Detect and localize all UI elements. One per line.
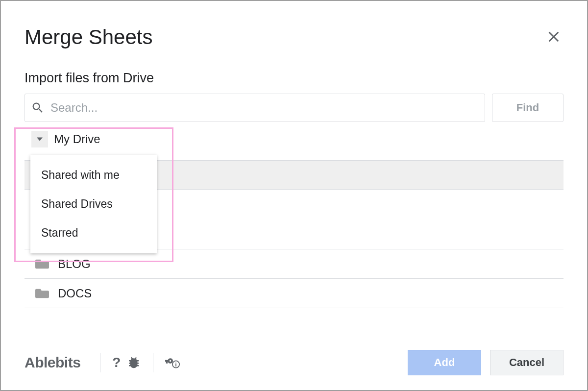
- find-button[interactable]: Find: [492, 94, 564, 122]
- dropdown-item-starred[interactable]: Starred: [30, 219, 157, 247]
- svg-rect-4: [176, 364, 177, 367]
- folder-icon: [35, 288, 49, 299]
- location-dropdown-menu[interactable]: Shared with me Shared Drives Starred: [30, 155, 157, 253]
- dialog-title: Merge Sheets: [24, 25, 152, 49]
- close-icon: [547, 30, 561, 44]
- search-box[interactable]: [24, 94, 485, 122]
- info-button[interactable]: [162, 355, 183, 370]
- dropdown-item-shared-with-me[interactable]: Shared with me: [30, 161, 157, 190]
- dialog-subtitle: Import files from Drive: [24, 71, 564, 86]
- bug-button[interactable]: [123, 355, 144, 370]
- bug-icon: [126, 355, 141, 370]
- svg-rect-3: [176, 363, 177, 364]
- key-info-icon: [165, 355, 180, 370]
- add-button[interactable]: Add: [408, 350, 481, 375]
- file-row[interactable]: BLOG: [24, 249, 564, 279]
- cancel-button[interactable]: Cancel: [490, 350, 564, 375]
- file-row[interactable]: DOCS: [24, 279, 564, 308]
- help-button[interactable]: ?: [109, 355, 123, 370]
- chevron-down-icon: [37, 136, 43, 142]
- search-icon: [31, 101, 45, 115]
- file-name: BLOG: [58, 257, 91, 271]
- location-current[interactable]: My Drive: [54, 132, 100, 146]
- close-button[interactable]: [544, 27, 564, 47]
- location-dropdown-toggle[interactable]: [31, 131, 48, 147]
- dropdown-item-shared-drives[interactable]: Shared Drives: [30, 190, 157, 219]
- brand-logo: Ablebits: [24, 354, 91, 371]
- file-name: DOCS: [58, 287, 92, 300]
- folder-icon: [35, 258, 49, 270]
- search-input[interactable]: [45, 101, 479, 115]
